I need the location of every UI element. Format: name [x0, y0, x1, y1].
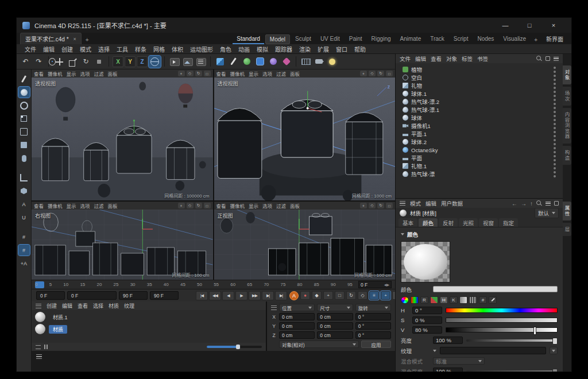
menu-item[interactable]: 网格 [150, 45, 168, 53]
object-tree-item[interactable]: 热气球-漂.1 [396, 106, 563, 114]
layout-tab[interactable]: Paint [345, 34, 366, 44]
add-document-tab[interactable]: + [82, 36, 93, 44]
material-channel-tab[interactable]: 指定 [499, 218, 518, 227]
viewport-menu[interactable]: 摄像机 [230, 70, 245, 77]
hsv-value-field[interactable]: 0 ° [412, 307, 442, 314]
record-scale-button[interactable]: □ [335, 291, 345, 300]
viewport-menu[interactable]: 查看 [216, 70, 226, 77]
mograph-button[interactable] [241, 56, 253, 68]
layout-tab[interactable]: Script [450, 34, 473, 44]
thumbnail-size-slider[interactable] [207, 346, 262, 348]
swatch-mode-icon[interactable] [430, 296, 438, 304]
object-tree-item[interactable]: 球体.1 [396, 90, 563, 98]
pan-view-icon[interactable]: + [178, 71, 185, 76]
add-layout-tab[interactable]: + [530, 36, 541, 44]
dock-tab[interactable]: 对象 [563, 65, 571, 84]
visibility-dots-icon[interactable] [554, 155, 556, 161]
object-tree-item[interactable]: 球体 [396, 114, 563, 122]
fields-button[interactable] [267, 56, 279, 68]
rotation-field[interactable]: 0 ° [355, 322, 391, 330]
filter-menu-icon[interactable] [546, 202, 551, 206]
menu-item[interactable]: 创建 [58, 45, 76, 53]
rgb-mode-button[interactable]: R [420, 296, 428, 304]
camera-button[interactable] [313, 56, 325, 68]
solo-mode-button[interactable] [18, 185, 30, 196]
visibility-dots-icon[interactable] [554, 91, 556, 97]
object-menu-item[interactable]: 对象 [446, 55, 457, 63]
minimize-button[interactable]: — [493, 18, 517, 32]
frame-spinner-icon[interactable]: ◀▶ [384, 283, 389, 287]
render-view-button[interactable] [168, 56, 180, 68]
dock-tab[interactable]: 构造 [563, 146, 571, 165]
position-field[interactable]: 0 cm [279, 322, 315, 330]
coordinate-column-dropdown[interactable]: 尺寸 [317, 304, 353, 311]
mix-mode-dropdown[interactable]: 标准 [433, 357, 485, 365]
visibility-dots-icon[interactable] [554, 123, 556, 129]
zoom-view-icon[interactable]: ◇ [187, 203, 194, 208]
layout-tab[interactable]: Animate [396, 34, 425, 44]
maximize-view-icon[interactable]: □ [204, 71, 211, 76]
menu-item[interactable]: 编辑 [40, 45, 58, 53]
material-menu-item[interactable]: 编辑 [62, 302, 72, 310]
layout-tab[interactable]: Sculpt [291, 34, 315, 44]
viewport-menu[interactable]: 摄像机 [48, 70, 63, 77]
document-tab[interactable]: 亚果不求仁.c4d * × [20, 33, 82, 44]
viewport-menu[interactable]: 过滤 [94, 202, 104, 209]
rotate-view-icon[interactable]: ↻ [195, 71, 202, 76]
object-tree-item[interactable]: 平面.1 [396, 130, 563, 138]
viewport-menu[interactable]: 选项 [80, 70, 90, 77]
kelvin-mode-button[interactable]: K [450, 296, 458, 304]
timeline-ruler[interactable]: 05101520253035404550556065707580859095 0… [32, 280, 395, 289]
record-position-button[interactable]: + [323, 291, 333, 300]
toolbar-separator[interactable] [109, 56, 109, 67]
coordinate-column-dropdown[interactable]: 旋转 [355, 304, 391, 311]
size-field[interactable]: 0 cm [317, 322, 353, 330]
color-wheel-icon[interactable] [401, 296, 409, 304]
polygon-mode-button[interactable] [18, 140, 30, 150]
material-channel-tab[interactable]: 光照 [459, 218, 478, 227]
panel-menu-icon[interactable] [36, 304, 41, 308]
visibility-dots-icon[interactable] [554, 115, 556, 121]
rotate-tool[interactable]: ↻ [80, 56, 92, 68]
hex-mode-button[interactable]: # [479, 296, 487, 304]
toolbar-separator[interactable] [164, 56, 165, 67]
material-channel-tab[interactable]: 视窗 [479, 218, 498, 227]
layout-tab[interactable]: Nodes [473, 34, 498, 44]
object-menu-item[interactable]: 查看 [431, 55, 442, 63]
render-settings-button[interactable] [195, 56, 207, 68]
lock-x-button[interactable]: X [113, 56, 123, 67]
material-channel-tab[interactable]: 反射 [439, 218, 458, 227]
menu-item[interactable]: 渲染 [296, 45, 314, 53]
visibility-dots-icon[interactable] [554, 147, 556, 153]
mix-strength-slider[interactable] [466, 370, 558, 372]
texture-field[interactable] [440, 347, 546, 354]
prev-key-button[interactable]: ◀◀ [209, 291, 221, 300]
brightness-slider[interactable] [466, 339, 558, 342]
volume-button[interactable] [254, 56, 266, 68]
layout-tab[interactable]: Track [426, 34, 448, 44]
material-item[interactable]: 材质.1 [35, 312, 262, 322]
mix-strength-field[interactable]: 100 % [433, 368, 463, 372]
viewport-menu[interactable]: 选项 [80, 202, 90, 209]
visibility-dots-icon[interactable] [554, 107, 556, 113]
close-button[interactable]: × [541, 18, 566, 32]
viewport-menu[interactable]: 选项 [262, 70, 272, 77]
record-parameter-button[interactable]: ◇ [358, 291, 368, 300]
color-picker-icon[interactable] [489, 296, 497, 304]
viewport-menu[interactable]: 过滤 [276, 70, 286, 77]
material-item[interactable]: 材质 [35, 324, 262, 334]
apply-button[interactable]: 应用 [361, 341, 391, 348]
dock-tab[interactable]: 场次 [563, 87, 571, 106]
object-menu-item[interactable]: 书签 [477, 55, 488, 63]
undo-icon[interactable]: ↶ [20, 56, 32, 68]
brightness-value-field[interactable]: 100 % [433, 337, 463, 344]
make-editable-button[interactable] [18, 74, 30, 84]
menu-item[interactable]: 跟踪器 [272, 45, 296, 53]
end-frame-field[interactable]: 90 F [119, 291, 148, 300]
rotate-view-icon[interactable]: ↻ [195, 203, 202, 208]
position-field[interactable]: 0 cm [279, 331, 315, 339]
compact-mode-icon[interactable] [469, 296, 477, 304]
last-used-tool[interactable] [93, 56, 105, 68]
hsv-mode-button[interactable]: H [440, 296, 448, 304]
viewport-menu[interactable]: 显示 [249, 70, 258, 77]
